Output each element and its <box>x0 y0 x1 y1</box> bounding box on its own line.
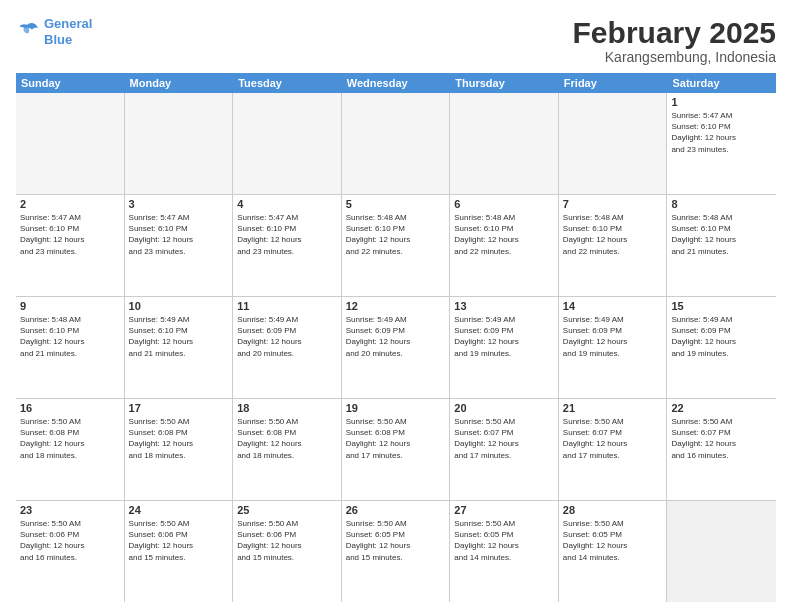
day-number: 6 <box>454 198 554 210</box>
day-number: 26 <box>346 504 446 516</box>
cal-cell-r3c1: 17Sunrise: 5:50 AMSunset: 6:08 PMDayligh… <box>125 399 234 500</box>
cal-cell-r0c0 <box>16 93 125 194</box>
day-info: Sunrise: 5:50 AMSunset: 6:05 PMDaylight:… <box>346 518 446 563</box>
day-number: 22 <box>671 402 772 414</box>
title-block: February 2025 Karangsembung, Indonesia <box>573 16 776 65</box>
day-info: Sunrise: 5:48 AMSunset: 6:10 PMDaylight:… <box>346 212 446 257</box>
day-number: 20 <box>454 402 554 414</box>
day-info: Sunrise: 5:49 AMSunset: 6:10 PMDaylight:… <box>129 314 229 359</box>
calendar-row-3: 16Sunrise: 5:50 AMSunset: 6:08 PMDayligh… <box>16 399 776 501</box>
logo: General Blue <box>16 16 92 47</box>
day-info: Sunrise: 5:50 AMSunset: 6:08 PMDaylight:… <box>129 416 229 461</box>
calendar-header: SundayMondayTuesdayWednesdayThursdayFrid… <box>16 73 776 93</box>
cal-cell-r2c4: 13Sunrise: 5:49 AMSunset: 6:09 PMDayligh… <box>450 297 559 398</box>
calendar-row-0: 1Sunrise: 5:47 AMSunset: 6:10 PMDaylight… <box>16 93 776 195</box>
day-number: 8 <box>671 198 772 210</box>
header: General Blue February 2025 Karangsembung… <box>16 16 776 65</box>
cal-cell-r4c2: 25Sunrise: 5:50 AMSunset: 6:06 PMDayligh… <box>233 501 342 602</box>
logo-icon <box>16 20 40 44</box>
cal-cell-r0c2 <box>233 93 342 194</box>
day-number: 16 <box>20 402 120 414</box>
cal-cell-r4c6 <box>667 501 776 602</box>
day-number: 10 <box>129 300 229 312</box>
cal-cell-r2c2: 11Sunrise: 5:49 AMSunset: 6:09 PMDayligh… <box>233 297 342 398</box>
subtitle: Karangsembung, Indonesia <box>573 49 776 65</box>
cal-cell-r1c4: 6Sunrise: 5:48 AMSunset: 6:10 PMDaylight… <box>450 195 559 296</box>
cal-cell-r3c5: 21Sunrise: 5:50 AMSunset: 6:07 PMDayligh… <box>559 399 668 500</box>
cal-cell-r3c3: 19Sunrise: 5:50 AMSunset: 6:08 PMDayligh… <box>342 399 451 500</box>
month-title: February 2025 <box>573 16 776 49</box>
header-day-sunday: Sunday <box>16 73 125 93</box>
day-number: 17 <box>129 402 229 414</box>
day-number: 15 <box>671 300 772 312</box>
calendar-row-1: 2Sunrise: 5:47 AMSunset: 6:10 PMDaylight… <box>16 195 776 297</box>
cal-cell-r4c5: 28Sunrise: 5:50 AMSunset: 6:05 PMDayligh… <box>559 501 668 602</box>
calendar-body: 1Sunrise: 5:47 AMSunset: 6:10 PMDaylight… <box>16 93 776 602</box>
header-day-saturday: Saturday <box>667 73 776 93</box>
cal-cell-r1c2: 4Sunrise: 5:47 AMSunset: 6:10 PMDaylight… <box>233 195 342 296</box>
day-number: 18 <box>237 402 337 414</box>
day-number: 28 <box>563 504 663 516</box>
day-info: Sunrise: 5:48 AMSunset: 6:10 PMDaylight:… <box>563 212 663 257</box>
day-number: 23 <box>20 504 120 516</box>
day-info: Sunrise: 5:50 AMSunset: 6:08 PMDaylight:… <box>237 416 337 461</box>
day-info: Sunrise: 5:47 AMSunset: 6:10 PMDaylight:… <box>671 110 772 155</box>
cal-cell-r0c3 <box>342 93 451 194</box>
day-info: Sunrise: 5:50 AMSunset: 6:05 PMDaylight:… <box>563 518 663 563</box>
cal-cell-r0c4 <box>450 93 559 194</box>
logo-text: General Blue <box>44 16 92 47</box>
day-info: Sunrise: 5:49 AMSunset: 6:09 PMDaylight:… <box>346 314 446 359</box>
day-number: 2 <box>20 198 120 210</box>
day-info: Sunrise: 5:50 AMSunset: 6:06 PMDaylight:… <box>237 518 337 563</box>
cal-cell-r1c5: 7Sunrise: 5:48 AMSunset: 6:10 PMDaylight… <box>559 195 668 296</box>
day-number: 24 <box>129 504 229 516</box>
day-number: 27 <box>454 504 554 516</box>
cal-cell-r2c3: 12Sunrise: 5:49 AMSunset: 6:09 PMDayligh… <box>342 297 451 398</box>
cal-cell-r0c5 <box>559 93 668 194</box>
cal-cell-r3c4: 20Sunrise: 5:50 AMSunset: 6:07 PMDayligh… <box>450 399 559 500</box>
calendar: SundayMondayTuesdayWednesdayThursdayFrid… <box>16 73 776 602</box>
day-info: Sunrise: 5:50 AMSunset: 6:06 PMDaylight:… <box>20 518 120 563</box>
day-info: Sunrise: 5:49 AMSunset: 6:09 PMDaylight:… <box>671 314 772 359</box>
day-number: 3 <box>129 198 229 210</box>
header-day-thursday: Thursday <box>450 73 559 93</box>
day-info: Sunrise: 5:50 AMSunset: 6:07 PMDaylight:… <box>454 416 554 461</box>
cal-cell-r3c2: 18Sunrise: 5:50 AMSunset: 6:08 PMDayligh… <box>233 399 342 500</box>
day-number: 7 <box>563 198 663 210</box>
day-info: Sunrise: 5:47 AMSunset: 6:10 PMDaylight:… <box>20 212 120 257</box>
day-info: Sunrise: 5:50 AMSunset: 6:07 PMDaylight:… <box>671 416 772 461</box>
header-day-tuesday: Tuesday <box>233 73 342 93</box>
header-day-friday: Friday <box>559 73 668 93</box>
day-info: Sunrise: 5:50 AMSunset: 6:08 PMDaylight:… <box>346 416 446 461</box>
day-info: Sunrise: 5:50 AMSunset: 6:07 PMDaylight:… <box>563 416 663 461</box>
calendar-row-2: 9Sunrise: 5:48 AMSunset: 6:10 PMDaylight… <box>16 297 776 399</box>
cal-cell-r0c6: 1Sunrise: 5:47 AMSunset: 6:10 PMDaylight… <box>667 93 776 194</box>
header-day-monday: Monday <box>125 73 234 93</box>
day-number: 11 <box>237 300 337 312</box>
cal-cell-r4c0: 23Sunrise: 5:50 AMSunset: 6:06 PMDayligh… <box>16 501 125 602</box>
cal-cell-r2c5: 14Sunrise: 5:49 AMSunset: 6:09 PMDayligh… <box>559 297 668 398</box>
cal-cell-r1c6: 8Sunrise: 5:48 AMSunset: 6:10 PMDaylight… <box>667 195 776 296</box>
cal-cell-r3c6: 22Sunrise: 5:50 AMSunset: 6:07 PMDayligh… <box>667 399 776 500</box>
day-info: Sunrise: 5:50 AMSunset: 6:05 PMDaylight:… <box>454 518 554 563</box>
page: General Blue February 2025 Karangsembung… <box>0 0 792 612</box>
day-number: 25 <box>237 504 337 516</box>
cal-cell-r1c3: 5Sunrise: 5:48 AMSunset: 6:10 PMDaylight… <box>342 195 451 296</box>
day-number: 4 <box>237 198 337 210</box>
logo-line2: Blue <box>44 32 72 47</box>
cal-cell-r4c4: 27Sunrise: 5:50 AMSunset: 6:05 PMDayligh… <box>450 501 559 602</box>
day-info: Sunrise: 5:50 AMSunset: 6:06 PMDaylight:… <box>129 518 229 563</box>
cal-cell-r2c0: 9Sunrise: 5:48 AMSunset: 6:10 PMDaylight… <box>16 297 125 398</box>
day-info: Sunrise: 5:47 AMSunset: 6:10 PMDaylight:… <box>129 212 229 257</box>
day-number: 5 <box>346 198 446 210</box>
cal-cell-r0c1 <box>125 93 234 194</box>
cal-cell-r4c1: 24Sunrise: 5:50 AMSunset: 6:06 PMDayligh… <box>125 501 234 602</box>
day-info: Sunrise: 5:48 AMSunset: 6:10 PMDaylight:… <box>671 212 772 257</box>
day-number: 9 <box>20 300 120 312</box>
day-info: Sunrise: 5:49 AMSunset: 6:09 PMDaylight:… <box>454 314 554 359</box>
cal-cell-r2c1: 10Sunrise: 5:49 AMSunset: 6:10 PMDayligh… <box>125 297 234 398</box>
day-info: Sunrise: 5:50 AMSunset: 6:08 PMDaylight:… <box>20 416 120 461</box>
day-info: Sunrise: 5:48 AMSunset: 6:10 PMDaylight:… <box>454 212 554 257</box>
day-info: Sunrise: 5:49 AMSunset: 6:09 PMDaylight:… <box>563 314 663 359</box>
cal-cell-r1c0: 2Sunrise: 5:47 AMSunset: 6:10 PMDaylight… <box>16 195 125 296</box>
